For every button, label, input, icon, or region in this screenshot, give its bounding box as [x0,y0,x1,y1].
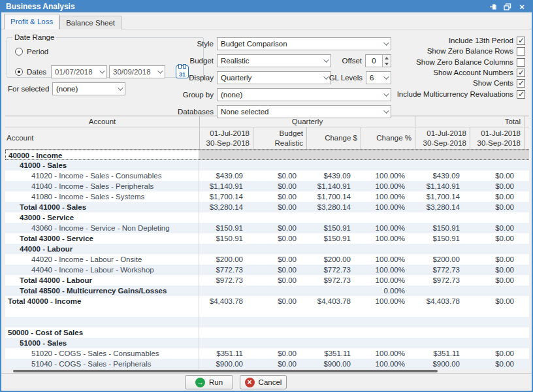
table-row[interactable]: 44000 - Labour [5,244,529,254]
account-cell: 43060 - Income - Service - Non Depleting [5,223,199,233]
change-percent-cell: 100.00% [361,181,415,191]
account-cell: 41040 - Income - Sales - Peripherals [5,181,199,191]
column-header-total-period[interactable]: 01-Jul-201830-Sep-2018 [415,127,470,149]
table-row[interactable]: 51020 - COGS - Sales - Consumables $351.… [5,348,529,359]
restore-button[interactable] [500,2,515,12]
change-dollars-cell: $150.91 [306,223,361,233]
change-dollars-cell [306,317,361,327]
budget-dropdown[interactable]: Realistic [217,54,331,67]
change-dollars-cell [306,327,361,338]
change-dollars-cell: $3,280.14 [306,202,361,212]
date-range-legend: Date Range [12,33,56,41]
column-header-budget[interactable]: BudgetRealistic [253,127,306,149]
table-row[interactable]: 40000 - Income [5,150,529,160]
table-row[interactable]: Total 44000 - Labour $972.73 $0.00 $972.… [5,275,529,286]
total-period-2-cell: $0.00 [470,296,524,306]
databases-dropdown[interactable]: None selected [217,105,391,118]
budget-value-cell [253,286,306,296]
period-radio[interactable] [15,48,23,56]
spinner-up-icon[interactable] [383,55,391,61]
checkbox-row: Show Cents [473,78,525,88]
cancel-button[interactable]: × Cancel [240,375,287,389]
table-row[interactable]: 44020 - Income - Labour - Onsite $200.00… [5,254,529,265]
total-period-2-cell: $0.00 [470,223,524,233]
table-row[interactable]: Total 40000 - Income $4,403.78 $0.00 $4,… [5,296,529,306]
gl-levels-dropdown[interactable]: 6 [366,71,391,84]
total-period-2-cell [470,160,524,171]
style-dropdown[interactable]: Budget Comparison [217,37,391,50]
total-period-2-cell: $0.00 [470,359,524,369]
checkbox[interactable] [517,90,525,99]
change-dollars-cell: $351.11 [306,348,361,359]
sliver-cell [524,160,529,171]
tab-balance-sheet[interactable]: Balance Sheet [59,16,121,29]
total-period-2-cell: $0.00 [470,265,524,275]
total-period-cell: $150.91 [415,233,470,244]
budget-value-cell: $0.00 [253,171,306,181]
table-row[interactable]: Total 48500 - Multicurrency Gains/Losses… [5,286,529,296]
column-header-sliver [524,127,531,149]
tab-profit-and-loss[interactable]: Profit & Loss [4,14,59,29]
dates-radio[interactable] [15,68,23,76]
change-percent-cell [361,244,415,254]
column-header-change-dollars[interactable]: Change $ [306,127,361,149]
table-row[interactable]: 41020 - Income - Sales - Consumables $43… [5,171,529,181]
offset-spinner[interactable]: 0 [365,54,391,67]
display-dropdown[interactable]: Quarterly [217,71,331,84]
sliver-cell [524,275,529,286]
change-percent-cell [361,150,415,159]
sliver-cell [524,348,529,359]
table-row[interactable]: 50000 - Cost of Sales [5,327,529,338]
account-cell: Total 43000 - Service [5,233,199,244]
table-row[interactable]: 41000 - Sales [5,160,529,171]
table-row[interactable]: 51000 - Sales [5,338,529,348]
account-cell: 41020 - Income - Sales - Consumables [5,171,199,181]
period-value-cell: $351.11 [199,348,253,359]
column-header-change-percent[interactable]: Change % [361,127,415,149]
table-row[interactable]: 51040 - COGS - Sales - Peripherals $900.… [5,359,529,369]
budget-value-cell: $0.00 [253,202,306,212]
change-percent-cell: 100.00% [361,296,415,306]
column-header-period[interactable]: 01-Jul-201830-Sep-2018 [199,127,253,149]
checkbox[interactable] [517,37,525,45]
checkbox[interactable] [517,69,525,77]
chevron-down-icon [383,40,389,45]
total-period-2-cell [470,212,524,223]
total-period-cell: $439.09 [415,171,470,181]
restore-icon [504,3,511,10]
group-by-dropdown[interactable]: (none) [217,88,391,101]
period-value-cell [199,338,253,348]
column-header-account[interactable]: Account [5,127,199,149]
run-button[interactable]: → Run [185,375,233,389]
horizontal-scrollbar-thumb[interactable] [13,370,438,372]
total-period-2-cell: $0.00 [470,171,524,181]
date-to-dropdown[interactable]: 30/09/2018 [109,65,165,78]
table-row[interactable] [5,306,529,317]
pin-button[interactable] [486,2,500,12]
footer-bar: → Run × Cancel [1,373,532,391]
checkbox[interactable] [517,79,525,88]
checkbox[interactable] [517,58,525,67]
checkbox-row: Show Account Numbers [433,68,525,77]
chevron-down-icon [323,57,329,62]
checkbox[interactable] [517,47,525,56]
column-header-total-period-2[interactable]: 01-Jul-201830-Sep-2018 [470,127,524,149]
for-selected-dropdown[interactable]: (none) [52,82,125,95]
table-row[interactable]: 43000 - Service [5,212,529,223]
table-row[interactable]: 43060 - Income - Service - Non Depleting… [5,223,529,233]
table-row[interactable]: Total 43000 - Service $150.91 $0.00 $150… [5,233,529,244]
account-cell: 51040 - COGS - Sales - Peripherals [5,359,199,369]
spinner-down-icon[interactable] [383,61,391,67]
table-row[interactable]: 44040 - Income - Labour - Workshop $772.… [5,265,529,275]
table-row[interactable] [5,317,529,327]
table-row[interactable]: 41080 - Income - Sales - Systems $1,700.… [5,191,529,202]
table-row[interactable]: 41040 - Income - Sales - Peripherals $1,… [5,181,529,191]
sliver-cell [524,202,529,212]
table-row[interactable]: Total 41000 - Sales $3,280.14 $0.00 $3,2… [5,202,529,212]
date-from-dropdown[interactable]: 01/07/2018 [51,65,107,78]
period-value-cell: $900.00 [199,359,253,369]
close-button[interactable]: × [515,2,529,12]
checkbox-label: Show Zero Balance Rows [427,46,513,56]
total-period-cell: $150.91 [415,223,470,233]
change-dollars-cell [306,160,361,171]
